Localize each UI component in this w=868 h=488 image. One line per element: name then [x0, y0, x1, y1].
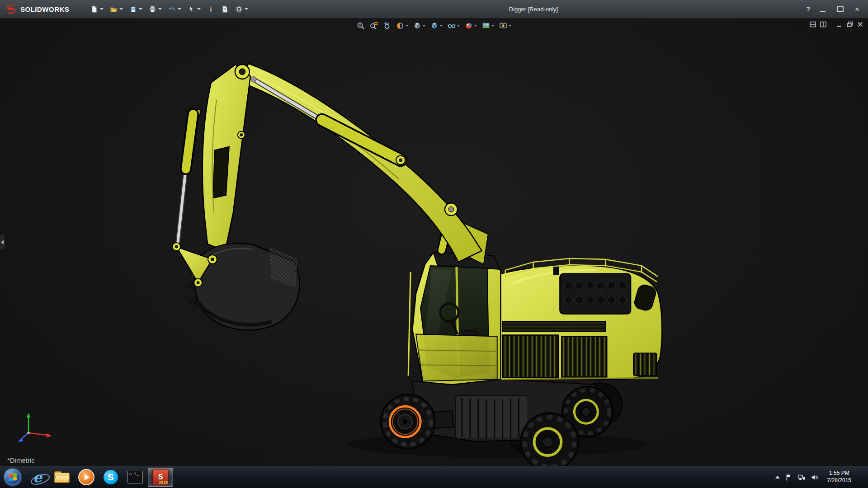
solidworks-window: SOLIDWORKS: [0, 0, 868, 488]
zoom-to-area-button[interactable]: [369, 21, 378, 30]
undo-dropdown[interactable]: [178, 8, 181, 10]
display-style-button[interactable]: [430, 21, 443, 30]
print-dropdown[interactable]: [158, 8, 162, 10]
undo-button[interactable]: [166, 4, 184, 15]
maximize-icon: [837, 6, 844, 12]
hide-show-items-dropdown[interactable]: [457, 25, 460, 27]
taskbar-media-player[interactable]: [74, 466, 99, 488]
boom-arm: [178, 64, 488, 264]
apply-scene-icon: [482, 22, 490, 30]
select-dropdown[interactable]: [197, 8, 201, 10]
view-settings-button[interactable]: [499, 21, 512, 30]
new-document-dropdown[interactable]: [100, 8, 104, 10]
maximize-button[interactable]: [835, 4, 844, 14]
taskbar-skype[interactable]: S: [99, 466, 123, 488]
file-properties-button[interactable]: [219, 4, 231, 15]
print-button[interactable]: [146, 4, 164, 15]
taskbar-command-prompt[interactable]: C:\_: [123, 466, 147, 488]
doc-restore-button[interactable]: [847, 21, 853, 28]
options-dropdown[interactable]: [245, 8, 248, 10]
previous-view-icon: [383, 22, 391, 30]
rebuild-traffic-light-icon: [207, 5, 215, 13]
options-button[interactable]: [233, 4, 250, 15]
excavator-model[interactable]: [0, 19, 868, 466]
taskbar-clock[interactable]: 1:55 PM 7/28/2015: [824, 470, 855, 484]
internet-explorer-icon: e: [33, 470, 42, 484]
command-prompt-icon: C:\_: [127, 471, 143, 483]
taskbar-internet-explorer[interactable]: e: [25, 466, 50, 488]
featuremanager-collapse-tab[interactable]: [0, 235, 5, 249]
hide-show-items-button[interactable]: [447, 21, 460, 30]
tray-date: 7/28/2015: [827, 477, 851, 484]
volume-icon[interactable]: [811, 474, 819, 481]
titlebar: SOLIDWORKS: [0, 0, 868, 19]
section-view-dropdown[interactable]: [406, 25, 408, 27]
hide-show-glasses-icon: [448, 22, 456, 30]
edit-appearance-dropdown[interactable]: [474, 25, 477, 27]
section-view-icon: [396, 22, 404, 30]
chevron-left-icon: [1, 240, 4, 244]
windows-taskbar: e S C:\_ S 2015 1:5: [0, 466, 868, 488]
display-style-dropdown[interactable]: [440, 25, 443, 27]
doc-minimize-button[interactable]: [836, 21, 843, 28]
edit-appearance-button[interactable]: [464, 21, 477, 30]
apply-scene-button[interactable]: [481, 21, 495, 30]
cab: [408, 252, 501, 385]
taskbar-solidworks[interactable]: S 2015: [148, 468, 173, 487]
print-icon: [149, 5, 156, 13]
zoom-to-fit-icon: [357, 22, 365, 30]
engine-deck: [501, 258, 662, 379]
view-orientation-dropdown[interactable]: [423, 25, 425, 27]
tile-vertically-icon[interactable]: [820, 21, 826, 28]
z-axis-arrow: [18, 438, 24, 442]
previous-view-button[interactable]: [382, 21, 392, 30]
graphics-viewport[interactable]: *Dimetric: [0, 19, 868, 466]
doc-close-button[interactable]: [857, 21, 863, 28]
media-player-icon: [78, 469, 94, 485]
view-orientation-button[interactable]: [413, 21, 426, 30]
zoom-to-fit-button[interactable]: [356, 21, 365, 30]
app-name: SOLIDWORKS: [20, 5, 69, 13]
solidworks-logo: SOLIDWORKS: [0, 4, 76, 14]
show-hidden-icons-button[interactable]: [775, 476, 780, 479]
open-dropdown[interactable]: [119, 8, 123, 10]
windows-start-orb-icon: [4, 469, 21, 486]
section-view-button[interactable]: [396, 21, 409, 30]
new-document-icon: [90, 5, 98, 13]
save-button[interactable]: [127, 4, 145, 15]
file-properties-icon: [221, 5, 229, 13]
minimize-button[interactable]: [818, 4, 827, 14]
rebuild-button[interactable]: [205, 4, 217, 15]
dassault-logo-icon: [5, 4, 17, 14]
new-document-button[interactable]: [88, 4, 106, 15]
open-button[interactable]: [108, 4, 125, 15]
select-button[interactable]: [185, 4, 203, 15]
network-icon[interactable]: [797, 474, 806, 481]
view-settings-dropdown[interactable]: [509, 25, 511, 27]
view-orientation-cube-icon: [413, 22, 421, 30]
y-axis-arrow: [27, 413, 31, 418]
tile-horizontally-icon[interactable]: [810, 21, 816, 28]
solidworks-app-icon: S 2015: [152, 469, 169, 485]
close-button[interactable]: ×: [853, 4, 862, 14]
system-tray: 1:55 PM 7/28/2015: [775, 466, 868, 488]
select-cursor-icon: [188, 5, 195, 13]
taskbar-windows-explorer[interactable]: [50, 466, 74, 488]
action-center-flag-icon[interactable]: [785, 474, 793, 481]
wheel-front-left-selected[interactable]: [381, 394, 435, 449]
minimize-icon: [820, 11, 826, 12]
open-folder-icon: [110, 5, 118, 13]
main-toolbar: [88, 4, 250, 15]
apply-scene-dropdown[interactable]: [491, 25, 494, 27]
edit-appearance-ball-icon: [465, 22, 473, 30]
wheel-front-right[interactable]: [521, 413, 579, 466]
save-dropdown[interactable]: [139, 8, 142, 10]
skype-icon: S: [104, 470, 118, 484]
folder-icon: [54, 471, 70, 483]
save-icon: [129, 5, 137, 13]
document-title: Digger [Read-only]: [509, 6, 558, 13]
help-button[interactable]: ?: [806, 5, 810, 13]
start-button[interactable]: [0, 466, 25, 488]
document-window-controls: [810, 21, 863, 28]
view-settings-icon: [499, 22, 507, 30]
